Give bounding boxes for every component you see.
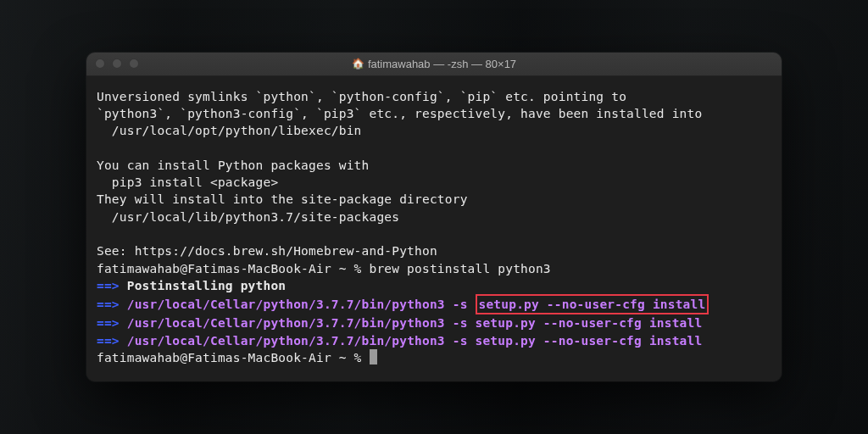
window-title-text: fatimawahab — -zsh — 80×17 bbox=[368, 58, 516, 70]
window-titlebar[interactable]: 🏠 fatimawahab — -zsh — 80×17 bbox=[86, 53, 782, 76]
highlight-annotation: setup.py --no-user-cfg install bbox=[476, 294, 709, 314]
home-icon: 🏠 bbox=[352, 58, 364, 70]
prompt-text: fatimawahab@Fatimas-MacBook-Air ~ % bbox=[97, 351, 369, 364]
blank-line bbox=[97, 225, 771, 242]
window-title: 🏠 fatimawahab — -zsh — 80×17 bbox=[86, 58, 782, 70]
postinstall-line: ==> Postinstalling python bbox=[97, 277, 771, 294]
close-button[interactable] bbox=[95, 58, 105, 69]
terminal-body[interactable]: Unversioned symlinks `python`, `python-c… bbox=[86, 76, 782, 382]
prompt-line: fatimawahab@Fatimas-MacBook-Air ~ % brew… bbox=[97, 260, 771, 277]
command-path: /usr/local/Cellar/python/3.7.7/bin/pytho… bbox=[120, 298, 476, 311]
arrow-indicator: ==> bbox=[97, 334, 120, 348]
arrow-indicator: ==> bbox=[97, 279, 120, 292]
cursor bbox=[370, 349, 377, 364]
command-args: setup.py --no-user-cfg install bbox=[479, 298, 706, 311]
output-line: You can install Python packages with bbox=[97, 157, 771, 174]
output-line: See: https://docs.brew.sh/Homebrew-and-P… bbox=[97, 242, 771, 259]
command-text: /usr/local/Cellar/python/3.7.7/bin/pytho… bbox=[120, 316, 703, 330]
output-line: `python3`, `python3-config`, `pip3` etc.… bbox=[97, 105, 771, 122]
arrow-indicator: ==> bbox=[97, 316, 120, 330]
command-line-highlighted: ==> /usr/local/Cellar/python/3.7.7/bin/p… bbox=[97, 294, 771, 314]
action-text: Postinstalling python bbox=[120, 279, 286, 292]
output-line: They will install into the site-package … bbox=[97, 191, 771, 208]
output-line: /usr/local/opt/python/libexec/bin bbox=[97, 122, 771, 139]
traffic-lights bbox=[95, 58, 139, 69]
command-text: /usr/local/Cellar/python/3.7.7/bin/pytho… bbox=[120, 334, 703, 348]
terminal-window: 🏠 fatimawahab — -zsh — 80×17 Unversioned… bbox=[86, 53, 782, 382]
arrow-indicator: ==> bbox=[97, 298, 120, 311]
command-line: ==> /usr/local/Cellar/python/3.7.7/bin/p… bbox=[97, 314, 771, 331]
minimize-button[interactable] bbox=[112, 58, 122, 69]
prompt-line-active[interactable]: fatimawahab@Fatimas-MacBook-Air ~ % bbox=[97, 349, 771, 366]
blank-line bbox=[97, 140, 771, 157]
output-line: Unversioned symlinks `python`, `python-c… bbox=[97, 88, 771, 105]
output-line: /usr/local/lib/python3.7/site-packages bbox=[97, 209, 771, 225]
output-line: pip3 install <package> bbox=[97, 174, 771, 191]
zoom-button[interactable] bbox=[129, 58, 139, 69]
command-line: ==> /usr/local/Cellar/python/3.7.7/bin/p… bbox=[97, 332, 771, 349]
